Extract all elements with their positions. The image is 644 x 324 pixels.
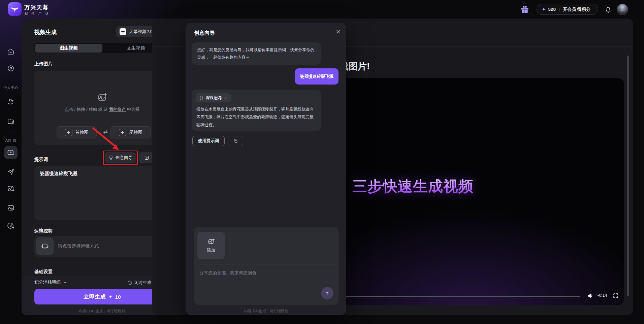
credits-detail-label: 积分消耗明细 — [34, 279, 61, 285]
brand-logo-icon[interactable] — [8, 2, 22, 16]
add-label: 添加 — [207, 248, 215, 253]
image-icon — [8, 186, 13, 191]
sidebar-item-profile[interactable] — [7, 98, 15, 106]
sidebar: 个人中心 AI生成 — [0, 19, 22, 324]
upload-hint-suffix: 中选择 — [126, 107, 140, 112]
idea-input-placeholder: 分享您的灵感，我来帮您润色 — [199, 270, 256, 276]
tab-image-to-video[interactable]: 图生视频 — [35, 44, 102, 53]
sidebar-item-explore[interactable] — [7, 64, 15, 72]
brand-tagline: 创 作 广 场 — [25, 11, 50, 16]
sidebar-item-video-generation[interactable] — [4, 146, 18, 159]
deep-thinking-toggle[interactable]: 深度思考 — [196, 93, 231, 102]
generate-button[interactable]: 立即生成 ✦ 10 — [34, 289, 170, 304]
camera-movement-placeholder: 请点击选择运镜方式 — [58, 243, 99, 249]
upload-image-icon — [34, 92, 170, 103]
app-window: 万兴天幕 创 作 广 场 ✦ 520 | 开会员 得积分 — [0, 0, 644, 324]
credits-membership-pill[interactable]: ✦ 520 | 开会员 得积分 — [537, 4, 598, 15]
sidebar-divider — [4, 80, 17, 80]
panel-title: 视频生成 — [34, 29, 57, 36]
upload-hint: 点击 / 拖拽 / 粘贴 或 从 我的资产 中选择 — [34, 107, 170, 112]
creative-guide-dialog: 创意向导 您好，我是您的灵感向导，我可以帮你丰富提示词，快来分享你的灵感，一起创… — [186, 23, 346, 315]
deep-thinking-label: 深度思考 — [206, 95, 222, 101]
assistant-response-card: 深度思考 摆放在木质展台上的青花瓷器从顶部缓慢裂开，瓷片呈弧线轨迹向四周飞溅，碎… — [192, 90, 321, 131]
video-progress-bar[interactable] — [309, 296, 580, 297]
tutorial-video-player[interactable]: 三步快速生成视频 -0:14 — [303, 78, 624, 305]
sidebar-item-image-edit[interactable] — [7, 204, 15, 212]
add-image-button[interactable]: 添加 — [197, 232, 225, 259]
credits-count: 520 — [548, 7, 556, 12]
gift-icon[interactable] — [520, 5, 529, 14]
credits-detail-toggle[interactable]: 积分消耗明细 — [34, 279, 67, 285]
pill-divider: | — [558, 7, 560, 12]
sidebar-divider — [4, 132, 17, 132]
first-frame-button[interactable]: 首帧图 — [57, 126, 97, 138]
plus-icon — [119, 129, 126, 136]
video-time-remaining: -0:14 — [598, 293, 607, 298]
sidebar-section-personal: 个人中心 — [0, 85, 22, 90]
prompt-section-label: 提示词 — [34, 157, 48, 163]
tianmu-logo-icon — [10, 5, 19, 13]
settings-section-label: 基础设置 — [34, 269, 53, 275]
assistant-greeting-bubble: 您好，我是您的灵感向导，我可以帮你丰富提示词，快来分享你的灵感，一起创造有趣的内… — [192, 42, 321, 65]
user-message-bubble: 瓷器慢速碎裂飞溅 — [295, 68, 339, 85]
user-avatar[interactable] — [617, 4, 628, 15]
idle-generation-label: 闲时生成 — [134, 280, 151, 286]
upload-section-label: 上传图片 — [34, 61, 53, 67]
sparkle-icon: ✦ — [108, 294, 112, 299]
sidebar-item-home[interactable] — [7, 47, 15, 56]
prompt-value: 瓷器慢速碎裂飞溅 — [40, 171, 77, 177]
model-name: 天幕视频2.0 — [129, 29, 153, 35]
video-generate-icon — [8, 150, 13, 155]
sidebar-section-ai: AI生成 — [0, 138, 22, 143]
prompt-list-icon — [144, 155, 149, 160]
add-image-icon — [207, 238, 215, 245]
generate-label: 立即生成 — [84, 293, 106, 300]
prompt-textarea[interactable]: 瓷器慢速碎裂飞溅 — [34, 166, 170, 220]
first-frame-label: 首帧图 — [75, 129, 89, 135]
swap-frames-icon[interactable]: ⇄ — [100, 128, 111, 135]
sidebar-item-assets[interactable] — [7, 117, 15, 125]
membership-cta: 开会员 得积分 — [563, 6, 590, 12]
camera-movement-selector[interactable]: 请点击选择运镜方式 — [34, 236, 170, 257]
chevron-down-icon — [63, 280, 67, 285]
video-caption-title: 三步快速生成视频 — [352, 176, 474, 196]
idea-input-area[interactable]: 添加 分享您的灵感，我来帮您润色 — [194, 227, 339, 305]
sidebar-item-audio[interactable] — [7, 222, 15, 230]
home-icon — [8, 49, 13, 54]
last-frame-button[interactable]: 尾帧图 — [110, 126, 151, 138]
notifications-bell-icon[interactable] — [604, 5, 612, 13]
person-icon — [9, 99, 11, 101]
input-divider — [199, 264, 334, 264]
folder-icon — [8, 119, 13, 124]
close-icon[interactable] — [335, 29, 342, 35]
use-prompt-button[interactable]: 使用提示词 — [192, 136, 225, 146]
help-icon[interactable] — [127, 280, 132, 285]
preview-scrollbar[interactable] — [627, 56, 629, 296]
assistant-response-text: 摆放在木质展台上的青花瓷器从顶部缓慢裂开，瓷片呈弧线轨迹向四周飞溅，碎片在空气中… — [196, 105, 317, 129]
sparkle-icon: ✦ — [542, 6, 546, 12]
camera-section-label: 运镜控制 — [34, 228, 53, 234]
sidebar-item-effects[interactable] — [7, 168, 15, 176]
send-button[interactable] — [321, 287, 333, 299]
arrow-up-icon — [324, 290, 330, 296]
topbar: 万兴天幕 创 作 广 场 ✦ 520 | 开会员 得积分 — [0, 0, 644, 19]
dialog-ai-disclaimer: 内容由AI生成，请仔细甄别 — [186, 309, 347, 314]
compass-icon — [8, 66, 13, 71]
volume-icon[interactable] — [587, 292, 594, 299]
copy-icon — [233, 138, 238, 143]
copy-button[interactable] — [228, 136, 243, 146]
generation-mode-tabs: 图生视频 文生视频 — [34, 43, 170, 53]
my-assets-link[interactable]: 我的资产 — [109, 107, 126, 112]
annotation-highlight-box — [103, 151, 138, 165]
plus-icon — [65, 129, 72, 136]
fullscreen-icon[interactable] — [613, 293, 619, 299]
last-frame-label: 尾帧图 — [129, 129, 142, 135]
camera-movement-icon — [36, 237, 54, 255]
dialog-title: 创意向导 — [194, 30, 215, 37]
model-logo-icon — [120, 28, 126, 35]
generate-cost: 10 — [115, 294, 121, 300]
brand-name: 万兴天幕 — [24, 4, 49, 11]
image-upload-dropzone[interactable]: 点击 / 拖拽 / 粘贴 或 从 我的资产 中选择 首帧图 ⇄ 尾帧图 — [34, 71, 170, 145]
sidebar-item-image-generation[interactable] — [7, 185, 15, 193]
chevron-down-icon — [224, 96, 227, 100]
